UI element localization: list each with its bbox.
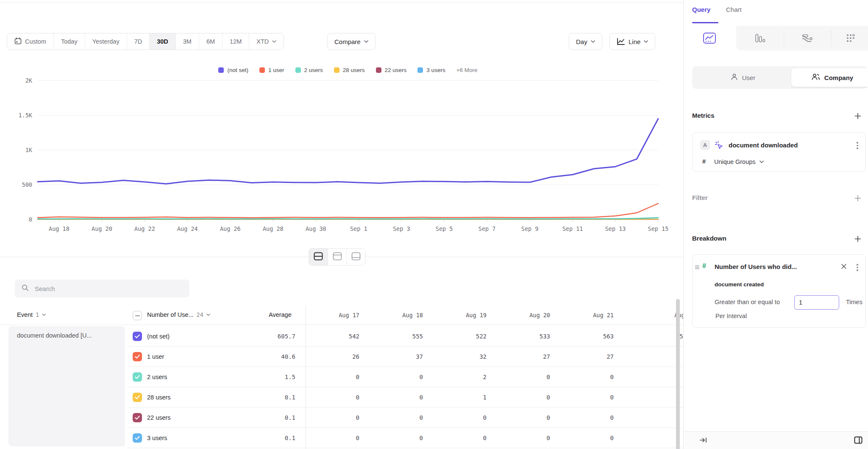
table-row[interactable]: 2 users1.5002000 <box>127 367 683 387</box>
cell-value: 27 <box>567 346 614 367</box>
range-3m-button[interactable]: 3M <box>175 33 199 50</box>
x-axis-label: Sep 1 <box>350 225 367 232</box>
layout-split-button[interactable] <box>309 249 328 265</box>
y-axis-label: 1.5K <box>18 112 32 119</box>
range-custom-button[interactable]: Custom <box>7 33 53 50</box>
date-column-header[interactable]: Aug 17 <box>309 312 359 319</box>
chart-type-dropdown[interactable]: Line <box>609 33 655 50</box>
range-6m-button[interactable]: 6M <box>199 33 222 50</box>
search-input[interactable]: Search <box>15 280 189 297</box>
row-checkbox[interactable] <box>133 433 142 443</box>
breakdown-kebab-menu[interactable] <box>854 264 861 271</box>
cell-value: 0 <box>567 428 614 448</box>
layout-toggle-group <box>309 248 365 266</box>
compare-button[interactable]: Compare <box>327 33 376 50</box>
event-name-cell[interactable]: document downloaded [U... <box>8 326 125 446</box>
chevron-down-icon <box>644 40 648 43</box>
range-xtd-button[interactable]: XTD <box>249 33 284 50</box>
metric-card[interactable]: A document downloaded # Unique Groups <box>692 132 866 172</box>
tab-query[interactable]: Query <box>692 6 710 13</box>
series-column-header[interactable]: Number of Use... 24 <box>147 311 211 318</box>
cell-value: 0 <box>504 428 550 448</box>
sidebar-panel-icon[interactable] <box>854 436 862 446</box>
table-row[interactable]: 22 users0.1000000 <box>127 407 683 428</box>
metric-kebab-menu[interactable] <box>854 142 861 149</box>
table-row[interactable]: 1 user40.626373227272 <box>127 346 683 367</box>
condition-label[interactable]: Greater than or equal to <box>715 299 780 305</box>
metric-name[interactable]: document downloaded <box>729 141 798 149</box>
grid-chart-type-button[interactable] <box>829 26 868 50</box>
range-30d-button[interactable]: 30D <box>149 33 175 50</box>
add-metric-button[interactable] <box>854 112 862 120</box>
collapse-panel-icon[interactable] <box>700 437 707 445</box>
average-value: 0.1 <box>229 407 295 428</box>
cell-value: 1 <box>440 387 487 407</box>
interval-dropdown[interactable]: Day <box>569 33 602 50</box>
series-count: 24 <box>197 311 203 318</box>
user-icon <box>731 73 738 82</box>
column-divider <box>306 306 306 449</box>
range-label: 6M <box>206 38 215 45</box>
series-line--not-set-[interactable] <box>38 119 658 184</box>
flow-chart-type-button[interactable] <box>785 26 829 50</box>
series-line-1-user[interactable] <box>38 203 658 218</box>
scope-user-button[interactable]: User <box>709 66 777 89</box>
scope-user-label: User <box>742 74 756 81</box>
row-checkbox[interactable] <box>133 332 142 341</box>
range-today-button[interactable]: Today <box>53 33 85 50</box>
date-column-header[interactable]: Aug 20 <box>499 312 550 319</box>
range-yesterday-button[interactable]: Yesterday <box>85 33 127 50</box>
aggregation-dropdown[interactable]: Unique Groups <box>714 158 764 165</box>
event-column-header[interactable]: Event 1 <box>17 311 46 318</box>
condition-value-input[interactable] <box>794 295 839 310</box>
row-checkbox[interactable] <box>133 393 142 402</box>
breakdown-title[interactable]: Number of Users who did... <box>715 263 797 270</box>
row-checkbox[interactable] <box>133 352 142 361</box>
x-axis-label: Aug 26 <box>220 225 241 232</box>
date-column-header[interactable]: Aug 21 <box>563 312 614 319</box>
row-checkbox[interactable] <box>133 372 142 382</box>
scope-company-button[interactable]: Company <box>791 66 868 89</box>
cell-value: 0 <box>567 367 614 387</box>
chevron-down-icon <box>206 313 211 316</box>
close-icon[interactable] <box>841 263 847 271</box>
breakdown-card[interactable]: # Number of Users who did... document cr… <box>692 254 866 328</box>
add-filter-button[interactable] <box>854 194 862 202</box>
table-row[interactable]: 28 users0.1001000 <box>127 387 683 407</box>
split-view-icon <box>314 252 323 262</box>
search-placeholder: Search <box>35 285 55 292</box>
row-checkbox[interactable] <box>133 413 142 422</box>
date-column-header[interactable]: Aug 19 <box>436 312 487 319</box>
layout-top-button[interactable] <box>328 249 346 265</box>
average-column-header[interactable]: Average <box>269 311 292 318</box>
cell-value: 0 <box>313 367 359 387</box>
table-row[interactable]: 3 users0.1000000 <box>127 428 683 448</box>
x-axis-label: Aug 30 <box>306 225 326 232</box>
x-axis-label: Aug 20 <box>92 225 112 232</box>
breakdown-measure-symbol: # <box>702 262 706 270</box>
cell-value: 27 <box>504 346 550 367</box>
table-scrollbar[interactable] <box>676 299 680 449</box>
breakdown-event[interactable]: document created <box>715 281 764 288</box>
filter-heading: Filter <box>692 194 708 201</box>
chevron-down-icon <box>272 40 276 43</box>
date-column-header[interactable]: Aug 18 <box>372 312 423 319</box>
tab-chart[interactable]: Chart <box>726 6 742 13</box>
range-label: 3M <box>183 38 192 45</box>
range-7d-button[interactable]: 7D <box>127 33 150 50</box>
interval-label[interactable]: Per Interval <box>715 313 747 319</box>
drag-handle-icon[interactable] <box>695 264 700 272</box>
average-value: 40.6 <box>229 346 295 367</box>
line-chart[interactable]: 05001K1.5K2KAug 18Aug 20Aug 22Aug 24Aug … <box>0 72 683 237</box>
select-all-checkbox[interactable] <box>133 311 142 320</box>
chart-type-strip <box>736 26 868 50</box>
table-row[interactable]: (not set)605.754255552253356353 <box>127 326 683 346</box>
range-12m-button[interactable]: 12M <box>222 33 249 50</box>
query-panel: Query Chart <box>683 0 868 449</box>
bar-chart-type-button[interactable] <box>738 26 782 50</box>
add-breakdown-button[interactable] <box>854 235 862 243</box>
x-axis-label: Aug 22 <box>134 225 155 232</box>
line-chart-type-button-selected[interactable] <box>696 26 723 50</box>
layout-bottom-button[interactable] <box>346 249 365 265</box>
cell-value: 0 <box>376 428 423 448</box>
